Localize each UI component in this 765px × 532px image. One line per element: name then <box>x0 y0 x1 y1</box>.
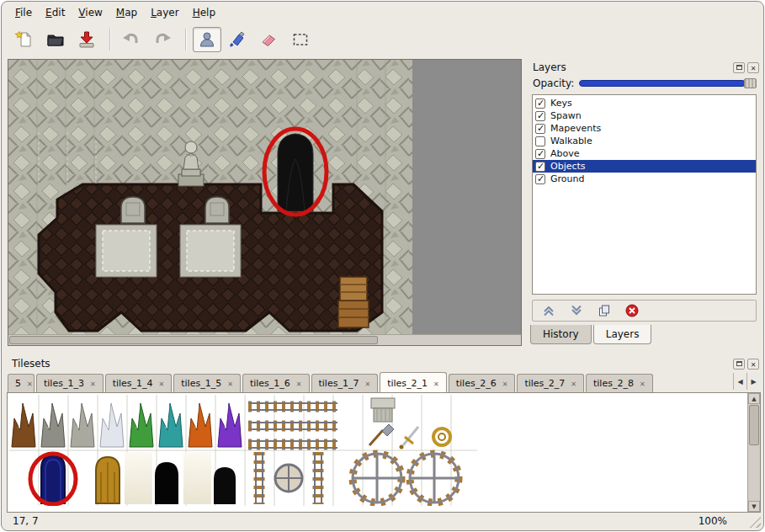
panel-float-button[interactable] <box>733 359 745 370</box>
layer-name: Objects <box>550 161 586 172</box>
layer-visibility-checkbox[interactable] <box>535 124 545 134</box>
layer-row-mapevents[interactable]: Mapevents <box>533 122 756 135</box>
scroll-down-icon[interactable]: ▼ <box>748 501 760 512</box>
tab-close-icon[interactable] <box>640 378 645 389</box>
menu-edit[interactable]: Edit <box>39 3 72 22</box>
layer-visibility-checkbox[interactable] <box>535 98 545 109</box>
layer-visibility-checkbox[interactable] <box>535 149 545 159</box>
toolbar <box>2 24 763 56</box>
close-icon <box>751 358 757 370</box>
stamp-tool-button[interactable] <box>193 27 221 52</box>
opacity-row: Opacity: <box>533 76 757 91</box>
layer-visibility-checkbox[interactable] <box>535 136 545 146</box>
layer-name: Keys <box>550 98 572 109</box>
layer-visibility-checkbox[interactable] <box>535 111 545 121</box>
tileset-tab-4[interactable]: tiles_1_6 <box>242 374 310 392</box>
close-icon <box>751 61 757 73</box>
layer-row-objects[interactable]: Objects <box>533 160 756 173</box>
tab-close-icon[interactable] <box>571 378 576 389</box>
menu-layer[interactable]: Layer <box>144 3 185 22</box>
tab-close-icon[interactable] <box>502 378 508 389</box>
layers-panel-header: Layers <box>527 59 762 74</box>
undo-icon <box>121 29 141 50</box>
tileset-tab-7[interactable]: tiles_2_6 <box>449 374 516 392</box>
layer-name: Above <box>550 148 580 159</box>
tab-close-icon[interactable] <box>433 378 439 389</box>
import-download-icon <box>77 29 97 50</box>
layer-name: Spawn <box>550 110 582 121</box>
tileset-tab-0[interactable]: 5 <box>8 374 35 392</box>
redo-button[interactable] <box>148 27 177 52</box>
tilesets-panel-title: Tilesets <box>12 358 50 370</box>
scrollbar-thumb[interactable] <box>749 405 759 445</box>
layer-row-spawn[interactable]: Spawn <box>533 109 756 122</box>
menu-map[interactable]: Map <box>109 3 144 22</box>
panel-close-button[interactable] <box>747 62 759 73</box>
selection-rectangle-icon <box>290 29 311 50</box>
map-canvas[interactable] <box>8 60 412 334</box>
tileset-tab-1[interactable]: tiles_1_3 <box>36 374 104 392</box>
import-button[interactable] <box>72 27 101 52</box>
scroll-up-icon[interactable]: ▲ <box>748 393 760 404</box>
tileset-tab-9[interactable]: tiles_2_8 <box>586 374 653 392</box>
layer-actions-toolbar <box>532 300 757 322</box>
layer-visibility-checkbox[interactable] <box>535 162 545 172</box>
menubar: File Edit View Map Layer Help <box>2 2 763 24</box>
tileset-tab-label: tiles_1_3 <box>44 378 84 389</box>
raise-layer-button[interactable] <box>541 303 556 318</box>
tab-close-icon[interactable] <box>90 378 96 389</box>
layer-row-keys[interactable]: Keys <box>533 97 756 109</box>
layer-row-walkable[interactable]: Walkable <box>533 135 756 147</box>
tileset-tab-label: tiles_1_6 <box>250 378 290 389</box>
tab-close-icon[interactable] <box>27 378 33 389</box>
opacity-slider[interactable] <box>579 77 757 89</box>
tab-close-icon[interactable] <box>159 378 165 389</box>
panel-float-button[interactable] <box>733 62 745 73</box>
toolbar-separator <box>185 29 187 51</box>
tileset-tab-5[interactable]: tiles_1_7 <box>311 374 379 392</box>
tileset-tab-label: tiles_2_8 <box>593 378 634 389</box>
slider-handle[interactable] <box>744 78 757 88</box>
menu-view[interactable]: View <box>72 3 109 22</box>
menu-file[interactable]: File <box>8 3 39 22</box>
tileset-content[interactable]: ▲ ▼ <box>7 392 761 513</box>
map-view[interactable] <box>8 59 522 346</box>
tab-close-icon[interactable] <box>364 378 370 389</box>
tileset-tab-label: 5 <box>15 378 21 389</box>
layer-name: Ground <box>550 173 584 184</box>
tileset-tab-label: tiles_2_7 <box>524 378 565 389</box>
tileset-canvas[interactable] <box>9 395 477 506</box>
selected-blue-door-tile <box>41 455 65 503</box>
eraser-tool-button[interactable] <box>255 27 284 52</box>
select-tool-button[interactable] <box>286 27 315 52</box>
toolbar-separator <box>109 29 111 51</box>
tileset-tab-3[interactable]: tiles_1_5 <box>173 374 241 392</box>
tab-history[interactable]: History <box>530 325 592 344</box>
tab-close-icon[interactable] <box>227 378 233 389</box>
undo-button[interactable] <box>117 27 146 52</box>
open-map-button[interactable] <box>41 27 70 52</box>
map-horizontal-scrollbar[interactable] <box>8 334 521 345</box>
person-stamp-icon <box>197 29 217 50</box>
menu-help[interactable]: Help <box>186 3 222 22</box>
tab-scroll-right-icon[interactable]: ▶ <box>746 373 760 390</box>
layer-row-ground[interactable]: Ground <box>533 173 756 185</box>
delete-layer-button[interactable] <box>624 303 640 318</box>
fill-tool-button[interactable] <box>224 27 252 52</box>
tab-layers[interactable]: Layers <box>593 325 652 344</box>
tileset-tab-6[interactable]: tiles_2_1 <box>380 372 447 392</box>
layer-row-above[interactable]: Above <box>533 147 756 160</box>
tileset-tab-label: tiles_1_4 <box>113 378 153 389</box>
panel-close-button[interactable] <box>747 359 759 370</box>
layer-visibility-checkbox[interactable] <box>535 174 545 184</box>
tab-scroll-left-icon[interactable]: ◀ <box>733 373 746 390</box>
tileset-tab-8[interactable]: tiles_2_7 <box>517 374 584 392</box>
tileset-tab-2[interactable]: tiles_1_4 <box>105 374 173 392</box>
restore-icon <box>736 361 742 366</box>
tileset-vertical-scrollbar[interactable]: ▲ ▼ <box>747 393 760 512</box>
lower-layer-button[interactable] <box>569 303 584 318</box>
new-map-button[interactable] <box>10 27 39 52</box>
tab-close-icon[interactable] <box>296 378 302 389</box>
duplicate-layer-button[interactable] <box>597 303 612 318</box>
scrollbar-thumb[interactable] <box>9 336 378 344</box>
